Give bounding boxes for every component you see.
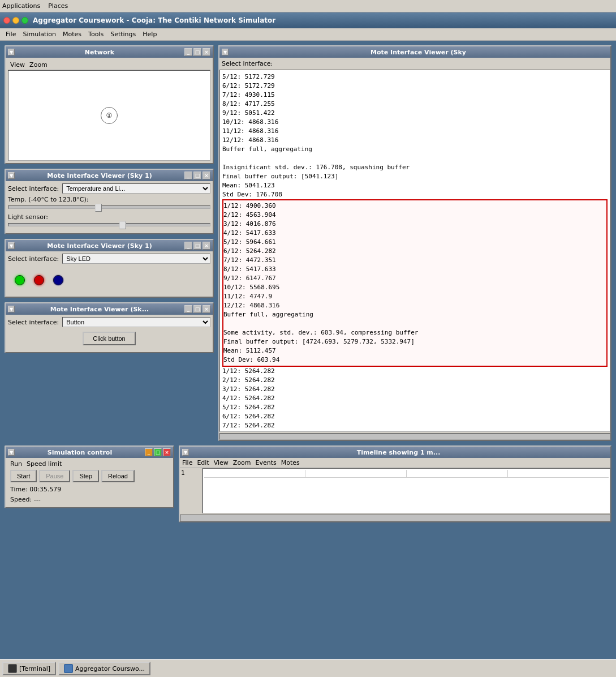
menu-tools[interactable]: Tools bbox=[85, 29, 107, 39]
sim-time-row: Time: 00:35.579 bbox=[10, 485, 169, 495]
output-pin-button[interactable]: ▼ bbox=[222, 49, 229, 55]
mote1-body: Select interface: Temperature and Li... … bbox=[6, 181, 213, 233]
taskbar-item-cooja[interactable]: Aggregator Courswo... bbox=[58, 662, 150, 675]
menu-simulation[interactable]: Simulation bbox=[19, 29, 59, 39]
highlighted-line: 9/12: 6147.767 bbox=[223, 274, 606, 283]
output-line: Final buffer output: [5041.123] bbox=[222, 172, 608, 181]
menu-help[interactable]: Help bbox=[139, 29, 160, 39]
mote3-restore-btn[interactable]: □ bbox=[193, 305, 201, 313]
mote2-restore-btn[interactable]: □ bbox=[193, 242, 201, 250]
mote-interface-panel-3: ▼ Mote Interface Viewer (Sk... _ □ × Sel… bbox=[5, 302, 214, 353]
highlighted-line bbox=[223, 319, 606, 328]
network-panel: ▼ Network _ □ × View Zoom ① bbox=[5, 45, 214, 164]
timeline-body[interactable] bbox=[203, 468, 610, 513]
light-slider-track[interactable] bbox=[8, 223, 210, 226]
pause-button[interactable]: Pause bbox=[39, 470, 70, 482]
mote1-interface-select[interactable]: Temperature and Li... bbox=[62, 183, 210, 194]
red-led bbox=[34, 275, 44, 285]
network-close-btn[interactable]: × bbox=[203, 48, 210, 56]
sim-run-row: Run Speed limit bbox=[10, 460, 169, 468]
sim-minimize-btn[interactable]: _ bbox=[145, 448, 153, 456]
highlighted-line: 2/12: 4563.904 bbox=[223, 211, 606, 220]
network-pin-button[interactable]: ▼ bbox=[8, 49, 15, 55]
output-panel-titlebar: ▼ Mote Interface Viewer (Sky bbox=[219, 46, 610, 58]
mote2-close-btn[interactable]: × bbox=[203, 242, 210, 250]
network-node-1[interactable]: ① bbox=[101, 107, 118, 124]
temp-slider-thumb[interactable] bbox=[95, 204, 102, 212]
timeline-menu-events[interactable]: Events bbox=[256, 459, 277, 466]
minimize-button[interactable] bbox=[12, 17, 19, 24]
os-menu-applications[interactable]: Applications bbox=[2, 2, 40, 10]
output-line: 5/12: 5172.729 bbox=[222, 72, 608, 82]
network-menu-zoom[interactable]: Zoom bbox=[29, 61, 48, 68]
sim-pin-button[interactable]: ▼ bbox=[8, 449, 15, 456]
timeline-menu-view[interactable]: View bbox=[214, 459, 229, 466]
blue-led bbox=[53, 275, 63, 285]
mote3-minimize-btn[interactable]: _ bbox=[184, 305, 192, 313]
mote2-pin-button[interactable]: ▼ bbox=[8, 242, 15, 249]
timeline-menu-edit[interactable]: Edit bbox=[197, 459, 209, 466]
temp-slider-track[interactable] bbox=[8, 205, 210, 209]
mote2-panel-buttons: _ □ × bbox=[184, 242, 210, 250]
taskbar-item-terminal[interactable]: [Terminal] bbox=[2, 662, 56, 675]
light-slider-thumb[interactable] bbox=[119, 221, 126, 229]
mote-panel-3-titlebar: ▼ Mote Interface Viewer (Sk... _ □ × bbox=[6, 303, 213, 315]
network-menu: View Zoom bbox=[8, 60, 210, 70]
output-scrollbar-h[interactable] bbox=[219, 433, 610, 440]
mote3-pin-button[interactable]: ▼ bbox=[8, 306, 15, 312]
timeline-menu-file[interactable]: File bbox=[182, 459, 192, 466]
sim-close-btn[interactable]: × bbox=[163, 448, 171, 456]
mote1-restore-btn[interactable]: □ bbox=[193, 172, 201, 179]
highlighted-line: Final buffer output: [4724.693, 5279.732… bbox=[223, 337, 606, 346]
start-button[interactable]: Start bbox=[10, 470, 37, 482]
mote3-select-label: Select interface: bbox=[8, 319, 59, 326]
mote2-body: Select interface: Sky LED bbox=[6, 251, 213, 297]
network-menu-view[interactable]: View bbox=[10, 61, 25, 68]
network-panel-buttons: _ □ × bbox=[184, 48, 210, 56]
mote2-minimize-btn[interactable]: _ bbox=[184, 242, 192, 250]
mote1-minimize-btn[interactable]: _ bbox=[184, 172, 192, 179]
timeline-menu-motes[interactable]: Motes bbox=[281, 459, 300, 466]
output-line: 8/12: 4717.255 bbox=[222, 100, 608, 109]
os-menu-places[interactable]: Places bbox=[48, 2, 68, 10]
terminal-icon bbox=[8, 664, 17, 673]
maximize-button[interactable] bbox=[21, 17, 28, 24]
sim-restore-btn[interactable]: □ bbox=[154, 448, 162, 456]
output-body[interactable]: 5/12: 5172.729 6/12: 5172.729 7/12: 4930… bbox=[219, 70, 610, 432]
mote-interface-panel-2: ▼ Mote Interface Viewer (Sky 1) _ □ × Se… bbox=[5, 239, 214, 298]
temp-label: Temp. (-40°C to 123.8°C): bbox=[8, 196, 210, 203]
network-minimize-btn[interactable]: _ bbox=[184, 48, 192, 56]
output-line: 3/12: 5264.282 bbox=[222, 385, 608, 394]
output-line: 7/12: 5264.282 bbox=[222, 421, 608, 430]
timeline-tick bbox=[508, 470, 609, 477]
menu-settings[interactable]: Settings bbox=[107, 29, 139, 39]
network-canvas: ① bbox=[8, 70, 210, 161]
timeline-node-labels: 1 bbox=[180, 468, 203, 513]
network-restore-btn[interactable]: □ bbox=[193, 48, 201, 56]
click-button[interactable]: Click button bbox=[83, 332, 135, 345]
output-line: 12/12: 4868.316 bbox=[222, 136, 608, 145]
simulation-control-panel: ▼ Simulation control _ □ × Run Speed lim… bbox=[5, 445, 174, 508]
reload-button[interactable]: Reload bbox=[101, 470, 135, 482]
menu-motes[interactable]: Motes bbox=[59, 29, 85, 39]
sim-time-label: Time: bbox=[10, 486, 28, 493]
mote3-close-btn[interactable]: × bbox=[203, 305, 210, 313]
mote-panel-2-titlebar: ▼ Mote Interface Viewer (Sky 1) _ □ × bbox=[6, 240, 213, 251]
output-line: Insignificant std. dev.: 176.708, squash… bbox=[222, 163, 608, 172]
mote2-interface-select[interactable]: Sky LED bbox=[62, 254, 210, 264]
app-title: Aggregator Coursework - Cooja: The Conti… bbox=[33, 16, 275, 24]
mote2-select-label: Select interface: bbox=[8, 255, 59, 263]
timeline-pin-button[interactable]: ▼ bbox=[182, 449, 189, 456]
sim-run-label: Run bbox=[10, 460, 22, 468]
mote3-interface-select[interactable]: Button bbox=[62, 317, 210, 327]
timeline-menu-zoom[interactable]: Zoom bbox=[233, 459, 251, 466]
timeline-panel-titlebar: ▼ Timeline showing 1 m... bbox=[180, 447, 610, 458]
output-line: 9/12: 5051.422 bbox=[222, 109, 608, 118]
timeline-scrollbar-h[interactable] bbox=[180, 515, 610, 521]
sim-info: Time: 00:35.579 Speed: --- bbox=[10, 485, 169, 505]
menu-file[interactable]: File bbox=[2, 29, 19, 39]
mote1-pin-button[interactable]: ▼ bbox=[8, 172, 15, 179]
step-button[interactable]: Step bbox=[72, 470, 99, 482]
close-button[interactable] bbox=[3, 17, 10, 24]
mote1-close-btn[interactable]: × bbox=[203, 172, 210, 179]
